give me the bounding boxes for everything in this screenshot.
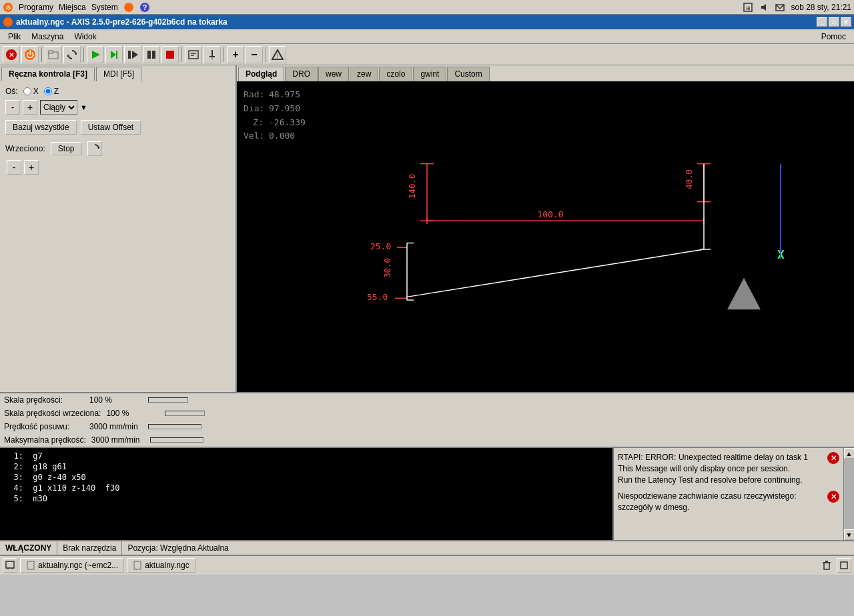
tab-wew[interactable]: wew xyxy=(318,67,349,81)
tab-podglad[interactable]: Podgląd xyxy=(238,67,284,81)
taskbar-item-1[interactable]: aktualny.ngc (~emc2... xyxy=(20,558,124,573)
menu-plik[interactable]: Plik xyxy=(3,31,26,43)
taskbar-item-2[interactable]: aktualny.ngc xyxy=(127,558,195,573)
taskbar-show-desktop[interactable] xyxy=(3,558,17,573)
position-mode: Pozycja: Względna Aktualna xyxy=(122,541,234,555)
tab-dro[interactable]: DRO xyxy=(285,67,318,81)
quick-ref-button[interactable]: ! xyxy=(269,46,286,63)
canvas-area: Rad: 48.975 Dia: 97.950 Z: -26.339 Vel: … xyxy=(237,81,854,392)
title-bar-buttons: _ □ ✕ xyxy=(817,17,851,27)
volume-icon xyxy=(759,2,769,13)
max-speed-label: Maksymalna prędkość: xyxy=(4,435,86,445)
taskbar-end-button[interactable] xyxy=(837,558,851,573)
max-speed-slider[interactable] xyxy=(150,437,203,443)
axis-radio-group: X Z xyxy=(23,87,59,96)
feed-slider[interactable] xyxy=(148,424,201,429)
error-close-2[interactable]: ✕ xyxy=(827,491,839,503)
jog-minus-button[interactable]: - xyxy=(5,100,20,115)
speed-slider[interactable] xyxy=(148,397,188,403)
action-buttons-row: Bazuj wszystkie Ustaw Offset xyxy=(5,120,230,135)
trash-icon[interactable] xyxy=(819,558,834,573)
add-button[interactable]: + xyxy=(227,46,244,63)
estop-button[interactable]: ✕ xyxy=(3,46,20,63)
tab-czolo[interactable]: czolo xyxy=(379,67,412,81)
axis-x-option[interactable]: X xyxy=(23,87,39,96)
spindle-row: Wrzeciono: Stop xyxy=(5,141,230,156)
gcode-panel[interactable]: 1: g7 2: g18 g61 3: g0 z-40 x50 4: g1 x1… xyxy=(0,448,614,540)
svg-rect-64 xyxy=(27,561,34,569)
svg-marker-22 xyxy=(132,51,138,59)
max-speed-value: 3000 mm/min xyxy=(91,435,145,445)
toolbar-sep-2 xyxy=(83,47,84,62)
menu-programy[interactable]: Programy xyxy=(19,3,53,12)
spindle-stop-button[interactable]: Stop xyxy=(51,142,82,155)
stop-run-button[interactable] xyxy=(161,46,179,63)
speed-scale-row: Skala prędkości: 100 % xyxy=(0,393,854,407)
scroll-down-button[interactable]: ▼ xyxy=(844,529,855,540)
remove-button[interactable]: − xyxy=(246,46,263,63)
menu-system[interactable]: System xyxy=(91,3,118,12)
mdi-button[interactable] xyxy=(185,46,202,63)
jog-mode-select[interactable]: Ciągły xyxy=(40,100,77,115)
speed-scale-label: Skala prędkości: xyxy=(4,395,84,405)
menu-maszyna[interactable]: Maszyna xyxy=(26,31,69,43)
panel-tabs: Ręczna kontrola [F3] MDI [F5] xyxy=(0,65,236,81)
svg-rect-69 xyxy=(841,562,847,569)
spindle-slider[interactable] xyxy=(165,411,205,416)
tab-mdi[interactable]: MDI [F5] xyxy=(96,67,141,81)
error-close-1[interactable]: ✕ xyxy=(827,452,839,464)
ustaw-offset-button[interactable]: Ustaw Offset xyxy=(81,120,141,135)
axis-x-radio[interactable] xyxy=(23,87,31,95)
axis-row: Oś: X Z xyxy=(5,87,230,96)
canvas-drawing: 140.0 40.0 100.0 25.0 30.0 55.0 xyxy=(237,81,854,392)
title-bar: aktualny.ngc - AXIS 2.5.0-pre2-626-g402b… xyxy=(0,15,854,29)
run-button[interactable] xyxy=(87,46,104,63)
reload-button[interactable] xyxy=(63,46,81,63)
svg-text:T: T xyxy=(211,55,214,61)
gcode-line-1: 1: g7 xyxy=(3,451,610,461)
spindle-plus-button[interactable]: + xyxy=(24,160,39,175)
tab-zew[interactable]: zew xyxy=(350,67,378,81)
svg-marker-19 xyxy=(111,51,116,59)
spindle-minus-button[interactable]: - xyxy=(7,160,21,175)
svg-rect-15 xyxy=(49,51,53,53)
taskbar-label-2: aktualny.ngc xyxy=(145,561,189,570)
feed-rate-value: 3000 mm/min xyxy=(89,422,143,431)
minimize-button[interactable]: _ xyxy=(817,17,827,27)
pause-button[interactable] xyxy=(143,46,160,63)
maximize-button[interactable]: □ xyxy=(829,17,839,27)
close-button[interactable]: ✕ xyxy=(841,17,851,27)
scroll-up-button[interactable]: ▲ xyxy=(844,448,855,459)
svg-text:⚙: ⚙ xyxy=(5,4,11,11)
scroll-track[interactable] xyxy=(844,459,854,529)
axis-z-option[interactable]: Z xyxy=(44,87,59,96)
spindle-rotate-icon xyxy=(89,143,100,154)
menu-miejsca[interactable]: Miejsca xyxy=(59,3,86,12)
svg-text:40.0: 40.0 xyxy=(684,169,694,189)
bazuj-wszystkie-button[interactable]: Bazuj wszystkie xyxy=(5,120,77,135)
tab-reczna-kontrola[interactable]: Ręczna kontrola [F3] xyxy=(1,67,95,81)
menu-widok[interactable]: Widok xyxy=(69,31,101,43)
axis-z-radio[interactable] xyxy=(44,87,52,95)
touch-off-button[interactable]: T xyxy=(203,46,221,63)
run-from-line-button[interactable] xyxy=(105,46,123,63)
svg-text:100.0: 100.0 xyxy=(537,210,563,220)
very-bottom-bar: WŁĄCZONY Brak narzędzia Pozycja: Względn… xyxy=(0,540,854,555)
spindle-scale-label: Skala prędkości wrzeciona: xyxy=(4,409,101,418)
tab-gwint[interactable]: gwint xyxy=(413,67,446,81)
svg-text:✕: ✕ xyxy=(9,51,14,59)
step-button[interactable] xyxy=(124,46,141,63)
power-button[interactable]: ⏻ xyxy=(21,46,39,63)
system-bar: ⚙ Programy Miejsca System ? ⊞ sob 28 sty… xyxy=(0,0,854,15)
right-panel: Podgląd DRO wew zew czolo gwint Custom R… xyxy=(237,65,854,392)
jog-plus-button[interactable]: + xyxy=(23,100,37,115)
spindle-icon[interactable] xyxy=(87,141,102,156)
open-button[interactable] xyxy=(45,46,62,63)
menu-pomoc[interactable]: Pomoc xyxy=(816,31,851,43)
desktop-icon xyxy=(5,560,15,571)
help-icon: ? xyxy=(139,2,150,13)
system-bar-right: ⊞ sob 28 sty, 21:21 xyxy=(743,2,851,13)
network-icon: ⊞ xyxy=(743,2,753,13)
error-scrollbar[interactable]: ▲ ▼ xyxy=(843,448,854,540)
tab-custom[interactable]: Custom xyxy=(447,67,489,81)
